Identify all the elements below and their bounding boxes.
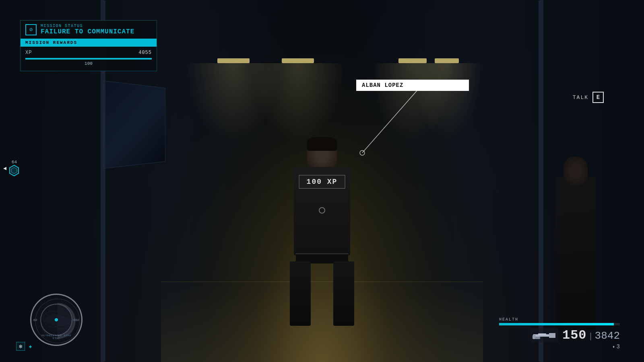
status-icon-1: ❄ — [16, 342, 25, 351]
bottom-right-hud: HEALTH 150 | 3842 ⬧ 3 — [499, 317, 620, 350]
nav-hex-icon — [8, 165, 20, 177]
mission-panel: ⊘ MISSION STATUS FAILURE TO COMMUNICATE … — [20, 20, 157, 71]
ceiling-light-3 — [398, 58, 427, 63]
xp-bar-label: 100 — [25, 61, 152, 66]
xp-bar-fill — [25, 58, 152, 60]
talk-label-text: TALK — [573, 95, 588, 101]
ammo-current: 150 — [562, 328, 587, 343]
talk-key-text: E — [597, 94, 600, 101]
svg-rect-11 — [538, 333, 546, 335]
svg-rect-9 — [549, 333, 555, 338]
talk-prompt: TALK E — [573, 92, 604, 103]
bottom-left-icons: ❄ ✦ — [16, 342, 33, 351]
weapon-row: 150 | 3842 — [499, 328, 620, 343]
character-npc — [555, 177, 596, 330]
nav-indicator: ◄ 64 — [3, 160, 20, 177]
character-main — [278, 137, 366, 330]
health-bar-fill — [499, 323, 614, 325]
compass-inner — [40, 304, 72, 336]
compass-label-1: RETROFITTED STAR — [41, 334, 71, 337]
ammo-bullet-icon: ⬧ — [612, 344, 615, 350]
mission-icon: ⊘ — [25, 24, 37, 35]
mission-rewards-bar: MISSION REWARDS — [21, 39, 157, 47]
mission-rewards-label: MISSION REWARDS — [25, 40, 77, 45]
ammo-type-row: ⬧ 3 — [499, 343, 620, 350]
health-section: HEALTH — [499, 317, 620, 325]
ceiling-light-2 — [282, 58, 314, 63]
weapon-icon — [530, 328, 558, 342]
compass: O2 CO2 RETROFITTED STAR STAT — [30, 294, 83, 346]
talk-key-button[interactable]: E — [592, 92, 604, 103]
ammo-type-count: 3 — [617, 343, 620, 350]
compass-label-2: STAT — [41, 337, 71, 340]
mission-panel-header: ⊘ MISSION STATUS FAILURE TO COMMUNICATE — [21, 21, 157, 37]
xp-popup: 100 XP — [299, 175, 345, 189]
ammo-divider: | — [588, 332, 593, 341]
nav-arrow-icon: ◄ — [3, 165, 6, 172]
xp-label: XP — [25, 50, 32, 56]
svg-rect-10 — [533, 335, 536, 339]
ammo-display: 150 | 3842 — [562, 328, 620, 343]
ceiling-light-1 — [217, 58, 250, 63]
compass-o2-label: O2 — [33, 318, 37, 322]
snowflake-icon: ❄ — [19, 343, 22, 350]
health-label: HEALTH — [499, 317, 620, 322]
mission-header-text: MISSION STATUS FAILURE TO COMMUNICATE — [41, 24, 134, 35]
svg-rect-12 — [535, 337, 540, 339]
xp-popup-text: 100 XP — [307, 178, 338, 186]
npc-name-label: ALBAN LOPEZ — [356, 80, 469, 91]
mission-title: FAILURE TO COMMUNICATE — [41, 28, 134, 35]
npc-name-text: ALBAN LOPEZ — [362, 82, 403, 88]
mission-icon-symbol: ⊘ — [29, 26, 33, 33]
xp-bar-container — [25, 58, 152, 60]
xp-section: XP 4055 100 — [21, 47, 157, 71]
compass-dot — [55, 318, 58, 321]
xp-value: 4055 — [138, 50, 152, 56]
ceiling-light-4 — [435, 58, 459, 63]
window-left — [103, 80, 165, 169]
weapon-svg — [532, 330, 556, 340]
compass-ship-name: RETROFITTED STAR STAT — [41, 334, 71, 340]
compass-star-icon: ✦ — [28, 342, 33, 351]
ammo-reserve: 3842 — [595, 330, 620, 342]
compass-co2-label: CO2 — [74, 318, 79, 322]
strut-right-1 — [539, 0, 543, 362]
svg-marker-3 — [11, 167, 17, 174]
compass-outer: O2 CO2 RETROFITTED STAR STAT — [30, 294, 83, 346]
mission-status-label: MISSION STATUS — [41, 24, 134, 28]
xp-row: XP 4055 — [25, 50, 152, 56]
health-bar-container — [499, 323, 620, 325]
nav-level: 64 — [12, 160, 17, 165]
